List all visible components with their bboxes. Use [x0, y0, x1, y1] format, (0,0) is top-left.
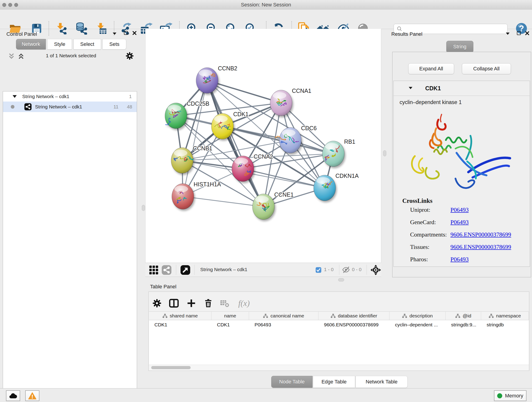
status-bar: Memory	[0, 388, 532, 402]
table-panel-body: f(x) shared namenamecanonical namedataba…	[148, 292, 529, 371]
node-CDC25B[interactable]	[165, 103, 187, 128]
warning-icon	[28, 392, 36, 400]
column-header-namespace[interactable]: namespace	[481, 312, 529, 320]
protein-details-card: CDK1 cyclin–dependent kinase 1	[393, 81, 530, 267]
protein-card-header[interactable]: CDK1	[394, 81, 530, 96]
crosslink-value-link[interactable]: 9606.ENSP00000378699	[450, 244, 511, 250]
results-panel-close-icon[interactable]	[525, 31, 530, 36]
edge-CCNB2-CCNE1[interactable]	[207, 80, 264, 207]
search-input[interactable]	[403, 26, 507, 32]
scrollbar-thumb[interactable]	[151, 366, 191, 369]
grid-view-icon[interactable]	[149, 265, 158, 275]
expand-all-button[interactable]: Expand All	[408, 63, 454, 74]
table-cell[interactable]: stringdb:9...	[446, 320, 481, 329]
collapse-all-button[interactable]: Collapse All	[462, 63, 511, 74]
tab-node-table[interactable]: Node Table	[271, 376, 312, 388]
collection-count: 1	[129, 94, 132, 99]
crosslink-value-link[interactable]: P06493	[450, 219, 469, 226]
birds-eye-view-icon[interactable]	[370, 264, 381, 275]
crosslink-label: Compartments:	[410, 231, 447, 238]
table-cell[interactable]: P06493	[249, 320, 318, 329]
tab-style[interactable]: Style	[47, 39, 72, 50]
hidden-node-edge-counts: 0 - 0	[352, 267, 361, 272]
horizontal-splitter-handle[interactable]	[338, 278, 344, 281]
edge-CCNB2-CCNA1[interactable]	[207, 80, 281, 103]
gear-icon[interactable]	[125, 51, 134, 61]
network-selection-status: 1 of 1 Network selected	[27, 53, 114, 58]
crosslink-value-link[interactable]: P06493	[450, 206, 469, 213]
table-horizontal-scrollbar[interactable]	[149, 365, 529, 370]
memory-button[interactable]: Memory	[494, 390, 526, 401]
column-header-database-identifier[interactable]: database identifier	[318, 312, 389, 320]
crosslink-value-link[interactable]: 9606.ENSP00000378699	[450, 231, 511, 238]
expand-all-icon[interactable]	[17, 53, 25, 60]
network-row-selected[interactable]: String Network – cdk1 11 48	[3, 102, 137, 112]
results-panel-float-icon[interactable]	[517, 31, 521, 35]
open-in-new-window-icon[interactable]	[180, 265, 191, 275]
tab-network-table[interactable]: Network Table	[355, 376, 408, 388]
edge-HIST1H1A-CCNE1[interactable]	[183, 196, 264, 207]
table-cell[interactable]: 9606.ENSP00000378699	[318, 320, 389, 329]
network-label: String Network – cdk1	[35, 104, 82, 109]
table-cell[interactable]: CDK1	[211, 320, 249, 329]
delete-column-button[interactable]	[202, 297, 215, 310]
network-view-share-icon[interactable]	[161, 265, 172, 275]
function-builder-button[interactable]: f(x)	[235, 297, 253, 310]
network-collection-row[interactable]: String Network – cdk1 1	[3, 91, 137, 102]
table-row[interactable]: CDK1CDK1P064939606.ENSP00000378699cyclin…	[149, 320, 529, 329]
control-panel-float-icon[interactable]	[124, 31, 128, 35]
node-HIST1H1A[interactable]	[172, 184, 194, 209]
collapse-all-icon[interactable]	[8, 53, 15, 60]
column-header-canonical-name[interactable]: canonical name	[249, 312, 318, 320]
edge-CCNB2-HIST1H1A[interactable]	[183, 80, 207, 196]
collection-expand-icon[interactable]	[13, 95, 17, 98]
column-header-name[interactable]: name	[211, 312, 249, 320]
table-empty-area	[149, 329, 529, 365]
table-options-button[interactable]	[151, 297, 163, 310]
show-columns-button[interactable]	[167, 297, 180, 310]
table-cell[interactable]: stringdb	[481, 320, 529, 329]
column-header--id[interactable]: @id	[446, 312, 481, 320]
node-CCNA1[interactable]	[270, 90, 292, 116]
toolbar-separator	[367, 265, 367, 275]
results-panel-menu-icon[interactable]	[506, 32, 510, 35]
control-panel-menu-icon[interactable]	[113, 32, 116, 35]
delete-table-button[interactable]	[218, 297, 231, 310]
tab-sets[interactable]: Sets	[102, 39, 126, 50]
table-cell[interactable]: cyclin–dependent ...	[389, 320, 446, 329]
delete-table-icon	[220, 298, 230, 308]
node-label-HIST1H1A: HIST1H1A	[194, 181, 221, 187]
right-splitter-handle[interactable]	[383, 150, 386, 156]
node-CDKN1A[interactable]	[314, 175, 336, 201]
toolbar-separator	[194, 265, 195, 275]
node-CCNE1[interactable]	[253, 194, 274, 220]
column-header-description[interactable]: description	[389, 312, 446, 320]
control-panel-tabs: Network Style Select Sets	[16, 39, 126, 50]
table-cell[interactable]: CDK1	[149, 320, 211, 329]
selected-checkbox-icon[interactable]	[315, 267, 322, 273]
node-CCNA2[interactable]	[232, 156, 254, 182]
node-label-CCNA2: CCNA2	[254, 153, 273, 160]
tab-network[interactable]: Network	[16, 39, 46, 50]
crosslink-row: Pharos:P06493	[394, 256, 530, 267]
network-graph[interactable]: CCNB2CCNA1CDC25BCDK1CDC6RB1CCNB1CCNA2CDK…	[146, 29, 381, 263]
network-canvas[interactable]: CCNB2CCNA1CDC25BCDK1CDC6RB1CCNB1CCNA2CDK…	[145, 29, 381, 263]
crosslink-row: Uniprot:P06493	[394, 206, 530, 219]
warnings-button[interactable]	[25, 390, 39, 401]
node-CCNB1[interactable]	[171, 148, 193, 173]
tab-string[interactable]: String	[446, 41, 473, 53]
hidden-eye-slash-icon[interactable]	[342, 266, 350, 274]
cloud-button[interactable]	[6, 390, 20, 401]
node-RB1[interactable]	[322, 141, 344, 167]
node-CDK1[interactable]	[211, 114, 234, 139]
tab-select[interactable]: Select	[74, 39, 101, 50]
tab-edge-table[interactable]: Edge Table	[313, 376, 355, 388]
protein-collapse-icon[interactable]	[409, 87, 412, 89]
gear-icon	[152, 298, 162, 308]
left-splitter-handle[interactable]	[142, 205, 145, 211]
crosslink-value-link[interactable]: P06493	[450, 256, 469, 263]
node-CCNB2[interactable]	[196, 68, 218, 93]
create-column-button[interactable]	[185, 297, 198, 310]
control-panel-close-icon[interactable]	[132, 31, 137, 36]
column-header-shared-name[interactable]: shared name	[149, 312, 211, 320]
